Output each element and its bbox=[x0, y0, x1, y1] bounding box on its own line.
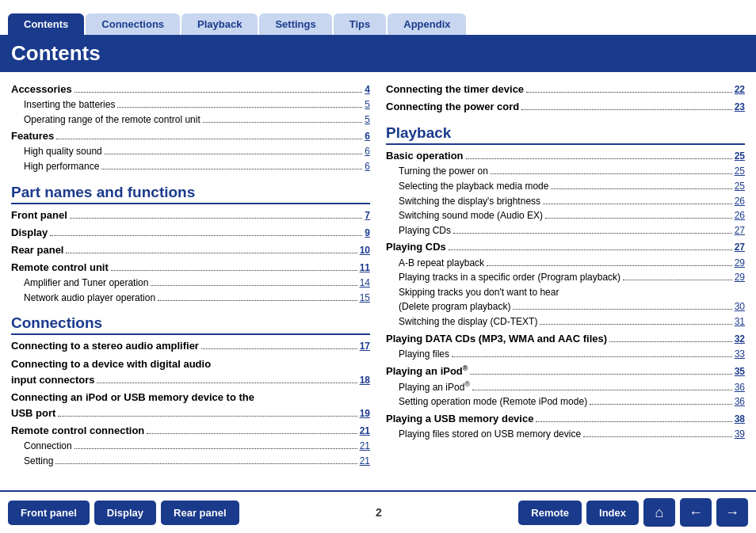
main-content: Accessories 4 Inserting the batteries 5 … bbox=[0, 72, 756, 490]
network-audio-entry: Network audio player operation 15 bbox=[11, 291, 370, 306]
tab-settings[interactable]: Settings bbox=[259, 13, 331, 35]
connect-stereo-entry: Connecting to a stereo audio amplifier 1… bbox=[11, 338, 370, 354]
switching-brightness-entry: Switching the display's brightness 26 bbox=[386, 194, 745, 209]
playing-cds-sub-entry: Playing CDs 27 bbox=[386, 223, 745, 238]
turning-power-on-entry: Turning the power on 25 bbox=[386, 164, 745, 179]
program-playback-entry: Playing tracks in a specific order (Prog… bbox=[386, 270, 745, 285]
bottom-navigation: Front panel Display Rear panel 2 Remote … bbox=[0, 490, 756, 533]
connect-power-cord-entry: Connecting the power cord 23 bbox=[386, 99, 745, 115]
remote-control-unit-entry: Remote control unit 11 bbox=[11, 260, 370, 276]
rear-panel-entry: Rear panel 10 bbox=[11, 242, 370, 258]
index-button[interactable]: Index bbox=[586, 501, 639, 525]
tab-appendix[interactable]: Appendix bbox=[388, 13, 466, 35]
connect-ipod-usb-entry: Connecting an iPod or USB memory device … bbox=[11, 390, 370, 421]
connect-digital-entry: Connecting to a device with digital audi… bbox=[11, 356, 370, 388]
setting-operation-mode-entry: Setting operation mode (Remote iPod mode… bbox=[386, 394, 745, 409]
header-banner: Contents bbox=[0, 35, 756, 72]
selecting-playback-mode-entry: Selecting the playback media mode 25 bbox=[386, 179, 745, 194]
tab-tips[interactable]: Tips bbox=[334, 13, 387, 35]
playing-files-entry: Playing files 33 bbox=[386, 347, 745, 362]
connections-section-title: Connections bbox=[11, 314, 370, 335]
part-names-section-title: Part names and functions bbox=[11, 184, 370, 204]
top-navigation: Contents Connections Playback Settings T… bbox=[0, 0, 756, 35]
display-entry: Display 9 bbox=[11, 225, 370, 241]
high-quality-entry: High quality sound 6 bbox=[11, 144, 370, 159]
playback-section-title: Playback bbox=[386, 124, 745, 145]
operating-range-entry: Operating range of the remote control un… bbox=[11, 112, 370, 128]
left-column: Accessories 4 Inserting the batteries 5 … bbox=[11, 80, 370, 482]
tab-playback[interactable]: Playback bbox=[181, 13, 258, 35]
connect-timer-entry: Connecting the timer device 22 bbox=[386, 82, 745, 97]
back-icon: ← bbox=[689, 504, 703, 521]
setting-entry: Setting 21 bbox=[11, 454, 370, 469]
playing-usb-files-entry: Playing files stored on USB memory devic… bbox=[386, 427, 745, 442]
tab-contents[interactable]: Contents bbox=[8, 13, 84, 35]
right-column: Connecting the timer device 22 Connectin… bbox=[386, 80, 745, 482]
playing-ipod-sub-entry: Playing an iPod® 36 bbox=[386, 379, 745, 395]
playing-data-cds-entry: Playing DATA CDs (MP3, WMA and AAC files… bbox=[386, 331, 745, 347]
accessories-entry: Accessories 4 bbox=[11, 82, 370, 97]
playing-cds-entry: Playing CDs 27 bbox=[386, 239, 745, 255]
inserting-batteries-entry: Inserting the batteries 5 bbox=[11, 97, 370, 112]
home-button[interactable]: ⌂ bbox=[643, 498, 675, 527]
features-entry: Features 6 bbox=[11, 128, 370, 144]
forward-icon: → bbox=[725, 504, 739, 521]
home-icon: ⌂ bbox=[655, 504, 664, 521]
rear-panel-button[interactable]: Rear panel bbox=[161, 501, 239, 525]
front-panel-button[interactable]: Front panel bbox=[8, 501, 90, 525]
tab-connections[interactable]: Connections bbox=[86, 13, 180, 35]
front-panel-entry: Front panel 7 bbox=[11, 207, 370, 223]
connection-entry: Connection 21 bbox=[11, 439, 370, 454]
basic-operation-entry: Basic operation 25 bbox=[386, 148, 745, 164]
forward-button[interactable]: → bbox=[716, 498, 748, 527]
skipping-tracks-entry: Skipping tracks you don't want to hear (… bbox=[386, 285, 745, 314]
display-button[interactable]: Display bbox=[94, 501, 156, 525]
switching-display-entry: Switching the display (CD-TEXT) 31 bbox=[386, 314, 745, 329]
remote-button[interactable]: Remote bbox=[518, 501, 582, 525]
page-number: 2 bbox=[244, 506, 514, 519]
playing-ipod-entry: Playing an iPod® 35 bbox=[386, 363, 745, 379]
ab-repeat-entry: A-B repeat playback 29 bbox=[386, 256, 745, 271]
playing-usb-entry: Playing a USB memory device 38 bbox=[386, 411, 745, 427]
high-performance-entry: High performance 6 bbox=[11, 159, 370, 174]
remote-control-connection-entry: Remote control connection 21 bbox=[11, 423, 370, 439]
page-title: Contents bbox=[11, 41, 101, 66]
amplifier-tuner-entry: Amplifier and Tuner operation 14 bbox=[11, 276, 370, 291]
back-button[interactable]: ← bbox=[680, 498, 712, 527]
switching-sound-mode-entry: Switching sound mode (Audio EX) 26 bbox=[386, 208, 745, 223]
